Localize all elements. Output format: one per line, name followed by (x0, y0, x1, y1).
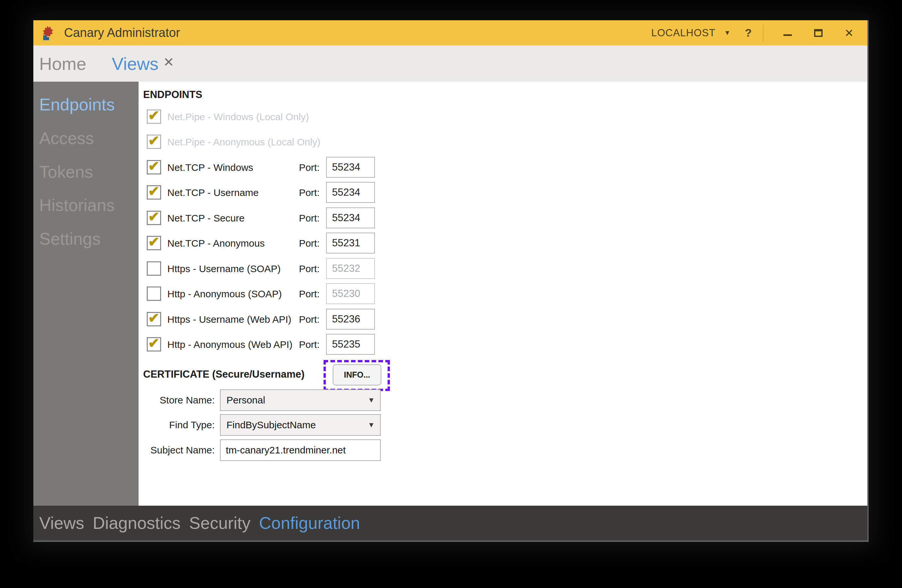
store-name-value: Personal (227, 390, 265, 410)
endpoint-row: ✔ Net.Pipe - Windows (Local Only) (139, 104, 531, 129)
store-name-label: Store Name: (139, 389, 215, 411)
endpoint-row: ✔ Http - Anonymous (SOAP) Port: (139, 281, 531, 307)
check-icon: ✔ (148, 159, 160, 174)
endpoint-label: Net.TCP - Secure (168, 205, 244, 231)
find-type-value: FindBySubjectName (227, 415, 316, 435)
sidebar-item-settings[interactable]: Settings (39, 227, 139, 251)
info-button[interactable]: INFO... (333, 364, 381, 385)
endpoint-checkbox[interactable]: ✔ (147, 109, 161, 124)
bottom-nav-security[interactable]: Security (189, 513, 251, 533)
subject-name-input[interactable] (221, 440, 380, 460)
endpoint-checkbox[interactable]: ✔ (147, 261, 161, 276)
help-button[interactable]: ? (745, 27, 752, 39)
endpoint-row: ✔ Https - Username (Web API) Port: (139, 307, 531, 332)
dropdown-arrow-icon: ▼ (368, 396, 375, 404)
endpoint-checkbox[interactable]: ✔ (147, 185, 161, 200)
tab-home[interactable]: Home (39, 53, 86, 74)
subject-name-field (220, 439, 381, 461)
app-window: Canary Administrator LOCALHOST ▼ ? ✕ Hom… (33, 20, 869, 542)
endpoint-checkbox[interactable]: ✔ (147, 211, 161, 225)
main-content: ENDPOINTS ✔ Net.Pipe - Windows (Local On… (139, 82, 868, 506)
close-icon: ✕ (844, 27, 854, 39)
port-label: Port: (269, 307, 319, 332)
bottom-nav-views[interactable]: Views (39, 513, 84, 533)
chevron-down-icon[interactable]: ▼ (724, 29, 730, 37)
sidebar: Endpoints Access Tokens Historians Setti… (33, 82, 139, 506)
maximize-icon (814, 29, 822, 37)
endpoint-label: Net.Pipe - Anonymous (Local Only) (168, 129, 321, 155)
endpoint-label: Https - Username (SOAP) (168, 256, 281, 281)
close-button[interactable]: ✕ (842, 27, 856, 39)
endpoint-label: Net.TCP - Anonymous (168, 231, 265, 256)
port-label: Port: (269, 281, 319, 307)
sidebar-item-endpoints[interactable]: Endpoints (39, 93, 139, 117)
tab-strip: Home Views ✕ (33, 45, 868, 82)
check-icon: ✔ (148, 108, 160, 123)
tab-close-icon[interactable]: ✕ (163, 55, 174, 70)
endpoint-row: ✔ Net.TCP - Secure Port: (139, 205, 531, 231)
endpoint-checkbox[interactable]: ✔ (147, 312, 161, 326)
endpoint-row: ✔ Net.Pipe - Anonymous (Local Only) (139, 129, 531, 155)
endpoint-checkbox[interactable]: ✔ (147, 337, 161, 352)
port-label: Port: (269, 256, 319, 281)
titlebar-separator (763, 25, 763, 42)
check-icon: ✔ (148, 210, 160, 224)
check-icon: ✔ (148, 311, 160, 325)
endpoint-row: ✔ Net.TCP - Username Port: (139, 180, 531, 205)
port-input[interactable] (326, 309, 375, 330)
sidebar-item-historians[interactable]: Historians (39, 193, 139, 217)
bottom-nav-bar: Views Diagnostics Security Configuration (33, 506, 868, 540)
sidebar-item-tokens[interactable]: Tokens (39, 160, 139, 184)
port-input[interactable] (326, 233, 375, 253)
app-logo-icon (41, 25, 55, 41)
endpoint-checkbox[interactable]: ✔ (147, 286, 161, 301)
port-input[interactable] (326, 208, 375, 228)
app-title: Canary Administrator (64, 26, 180, 40)
port-label: Port: (269, 332, 319, 357)
endpoint-row: ✔ Net.TCP - Anonymous Port: (139, 231, 531, 256)
check-icon: ✔ (148, 235, 160, 249)
store-name-select[interactable]: Personal ▼ (220, 389, 381, 411)
endpoint-row: ✔ Https - Username (SOAP) Port: (139, 256, 531, 281)
tab-views[interactable]: Views (112, 53, 158, 74)
minimize-button[interactable] (781, 27, 794, 39)
endpoint-label: Net.Pipe - Windows (Local Only) (168, 104, 309, 129)
endpoint-row: ✔ Http - Anonymous (Web API) Port: (139, 332, 531, 357)
port-label: Port: (269, 155, 319, 180)
endpoint-label: Http - Anonymous (SOAP) (168, 281, 282, 307)
port-input[interactable] (326, 182, 375, 203)
endpoint-label: Net.TCP - Windows (168, 155, 253, 180)
title-bar: Canary Administrator LOCALHOST ▼ ? ✕ (33, 20, 868, 45)
sidebar-item-access[interactable]: Access (39, 127, 139, 150)
subject-name-label: Subject Name: (139, 439, 215, 461)
check-icon: ✔ (148, 336, 160, 350)
port-input[interactable] (326, 258, 375, 279)
server-selector[interactable]: LOCALHOST (651, 27, 716, 39)
minimize-icon (783, 34, 792, 36)
endpoint-label: Net.TCP - Username (168, 180, 259, 205)
port-input[interactable] (326, 283, 375, 304)
find-type-label: Find Type: (139, 414, 215, 436)
endpoint-row: ✔ Net.TCP - Windows Port: (139, 155, 531, 180)
check-icon: ✔ (148, 184, 160, 199)
endpoint-checkbox[interactable]: ✔ (147, 134, 161, 149)
port-input[interactable] (326, 157, 375, 178)
endpoint-checkbox[interactable]: ✔ (147, 160, 161, 174)
bottom-nav-configuration[interactable]: Configuration (259, 513, 360, 533)
maximize-button[interactable] (812, 27, 825, 39)
endpoints-heading: ENDPOINTS (143, 89, 202, 101)
bottom-nav-diagnostics[interactable]: Diagnostics (93, 513, 181, 533)
certificate-heading: CERTIFICATE (Secure/Username) (143, 369, 305, 380)
port-label: Port: (269, 231, 319, 256)
port-label: Port: (269, 205, 319, 231)
check-icon: ✔ (148, 134, 160, 148)
port-input[interactable] (326, 334, 375, 355)
endpoint-checkbox[interactable]: ✔ (147, 236, 161, 250)
dropdown-arrow-icon: ▼ (368, 421, 375, 429)
find-type-select[interactable]: FindBySubjectName ▼ (220, 414, 381, 436)
port-label: Port: (269, 180, 319, 205)
